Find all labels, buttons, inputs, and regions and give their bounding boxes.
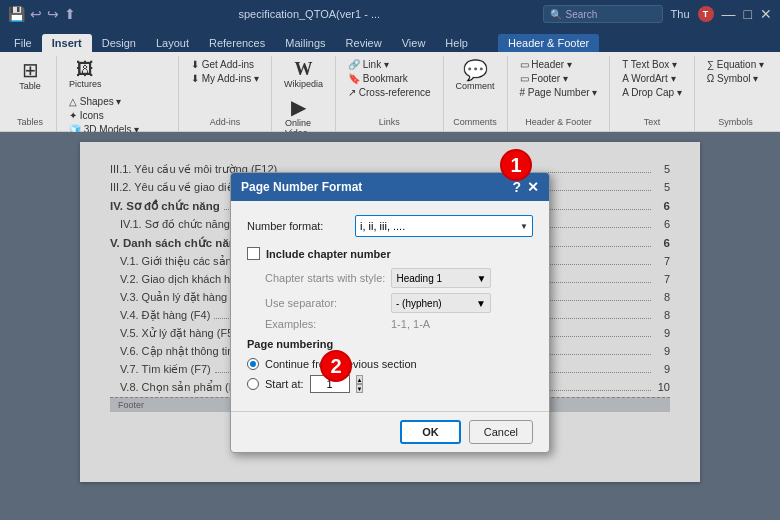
chapter-starts-arrow: ▼ bbox=[477, 273, 487, 284]
ribbon-tools-header-footer: ▭ Header ▾ ▭ Footer ▾ # Page Number ▾ bbox=[516, 58, 602, 99]
my-addins-button[interactable]: ⬇ My Add-ins ▾ bbox=[187, 72, 263, 85]
up-icon[interactable]: ⬆ bbox=[64, 6, 76, 22]
video-icon: ▶ bbox=[291, 97, 306, 117]
continue-radio-row: Continue from previous section bbox=[247, 358, 533, 370]
shapes-button[interactable]: △ Shapes ▾ bbox=[65, 95, 143, 108]
start-at-label: Start at: bbox=[265, 378, 304, 390]
ribbon: ⊞ Table Tables 🖼 Pictures △ Shapes ▾ ✦ I… bbox=[0, 52, 780, 132]
title-bar: 💾 ↩ ↪ ⬆ specification_QTOA(ver1 - ... 🔍 … bbox=[0, 0, 780, 28]
dropcap-button[interactable]: A Drop Cap ▾ bbox=[618, 86, 685, 99]
header-footer-label: Header & Footer bbox=[525, 117, 592, 129]
symbols-label: Symbols bbox=[718, 117, 753, 129]
tab-insert[interactable]: Insert bbox=[42, 34, 92, 52]
pictures-icon: 🖼 bbox=[76, 60, 94, 78]
ribbon-tools-media: W Wikipedia ▶ OnlineVideo bbox=[280, 58, 327, 140]
header-button[interactable]: ▭ Header ▾ bbox=[516, 58, 602, 71]
dialog-help-button[interactable]: ? bbox=[512, 179, 521, 195]
cross-reference-button[interactable]: ↗ Cross-reference bbox=[344, 86, 434, 99]
chapter-starts-label: Chapter starts with style: bbox=[265, 272, 385, 284]
number-format-select[interactable]: i, ii, iii, .... ▼ bbox=[355, 215, 533, 237]
minimize-btn[interactable]: — bbox=[722, 6, 736, 22]
examples-label: Examples: bbox=[265, 318, 385, 330]
continue-label: Continue from previous section bbox=[265, 358, 417, 370]
ok-button[interactable]: OK bbox=[400, 420, 461, 444]
start-at-row: Start at: 1 ▲ ▼ bbox=[247, 375, 533, 393]
start-at-radio[interactable] bbox=[247, 378, 259, 390]
start-at-spinner[interactable]: ▲ ▼ bbox=[356, 375, 364, 393]
user-avatar[interactable]: T bbox=[698, 6, 714, 22]
tab-file[interactable]: File bbox=[4, 34, 42, 52]
maximize-btn[interactable]: □ bbox=[744, 6, 752, 22]
quick-access-icons[interactable]: 💾 ↩ ↪ ⬆ bbox=[8, 6, 76, 22]
comment-button[interactable]: 💬 Comment bbox=[452, 58, 499, 93]
ribbon-tools-text: T Text Box ▾ A WordArt ▾ A Drop Cap ▾ bbox=[618, 58, 685, 99]
spinner-up[interactable]: ▲ bbox=[356, 375, 364, 384]
bookmark-button[interactable]: 🔖 Bookmark bbox=[344, 72, 434, 85]
spinner-down[interactable]: ▼ bbox=[356, 384, 364, 393]
number-format-label: Number format: bbox=[247, 220, 347, 232]
page-number-format-dialog: Page Number Format ? ✕ Number format: i,… bbox=[230, 172, 550, 453]
pictures-button[interactable]: 🖼 Pictures bbox=[65, 58, 106, 91]
dialog-close-button[interactable]: ✕ bbox=[527, 179, 539, 195]
include-chapter-checkbox[interactable] bbox=[247, 247, 260, 260]
comments-label: Comments bbox=[453, 117, 497, 129]
number-format-arrow: ▼ bbox=[520, 222, 528, 231]
comment-icon: 💬 bbox=[463, 60, 488, 80]
document-area: III.1. Yêu cầu về môi trường (F12) 5 III… bbox=[0, 132, 780, 520]
ribbon-group-header-footer: ▭ Header ▾ ▭ Footer ▾ # Page Number ▾ He… bbox=[508, 56, 611, 131]
include-chapter-label: Include chapter number bbox=[266, 248, 391, 260]
ribbon-group-links: 🔗 Link ▾ 🔖 Bookmark ↗ Cross-reference Li… bbox=[336, 56, 443, 131]
wikipedia-button[interactable]: W Wikipedia bbox=[280, 58, 327, 91]
wikipedia-icon: W bbox=[295, 60, 313, 78]
tab-design[interactable]: Design bbox=[92, 34, 146, 52]
ribbon-group-illustrations: 🖼 Pictures △ Shapes ▾ ✦ Icons 🧊 3D Model… bbox=[57, 56, 179, 131]
ribbon-tabs: File Insert Design Layout References Mai… bbox=[0, 28, 780, 52]
tab-mailings[interactable]: Mailings bbox=[275, 34, 335, 52]
tab-layout[interactable]: Layout bbox=[146, 34, 199, 52]
icons-button[interactable]: ✦ Icons bbox=[65, 109, 143, 122]
chapter-options-section: Chapter starts with style: Heading 1 ▼ U… bbox=[265, 268, 533, 330]
dialog-body: Number format: i, ii, iii, .... ▼ Includ… bbox=[231, 201, 549, 411]
tab-header-footer[interactable]: Header & Footer bbox=[498, 34, 599, 52]
ribbon-group-comments: 💬 Comment Comments bbox=[444, 56, 508, 131]
dialog-overlay: Page Number Format ? ✕ Number format: i,… bbox=[0, 132, 780, 520]
cancel-button[interactable]: Cancel bbox=[469, 420, 533, 444]
get-addins-button[interactable]: ⬇ Get Add-ins bbox=[187, 58, 263, 71]
start-at-input[interactable]: 1 bbox=[310, 375, 350, 393]
use-separator-arrow: ▼ bbox=[476, 298, 486, 309]
undo-icon[interactable]: ↩ bbox=[30, 6, 42, 22]
examples-row: Examples: 1-1, 1-A bbox=[265, 318, 533, 330]
page-number-button[interactable]: # Page Number ▾ bbox=[516, 86, 602, 99]
tab-help[interactable]: Help bbox=[435, 34, 478, 52]
wordart-button[interactable]: A WordArt ▾ bbox=[618, 72, 685, 85]
symbol-button[interactable]: Ω Symbol ▾ bbox=[703, 72, 768, 85]
tab-references[interactable]: References bbox=[199, 34, 275, 52]
footer-button[interactable]: ▭ Footer ▾ bbox=[516, 72, 602, 85]
dialog-title-bar: Page Number Format ? ✕ bbox=[231, 173, 549, 201]
chapter-starts-select: Heading 1 ▼ bbox=[391, 268, 491, 288]
continue-radio[interactable] bbox=[247, 358, 259, 370]
search-box[interactable]: 🔍 Search bbox=[543, 5, 663, 23]
ribbon-group-addins: ⬇ Get Add-ins ⬇ My Add-ins ▾ Add-ins bbox=[179, 56, 272, 131]
ribbon-tools-comments: 💬 Comment bbox=[452, 58, 499, 93]
header-footer-col: ▭ Header ▾ ▭ Footer ▾ # Page Number ▾ bbox=[516, 58, 602, 99]
tab-view[interactable]: View bbox=[392, 34, 436, 52]
use-separator-select: - (hyphen) ▼ bbox=[391, 293, 491, 313]
redo-icon[interactable]: ↪ bbox=[47, 6, 59, 22]
ribbon-tools-addins: ⬇ Get Add-ins ⬇ My Add-ins ▾ bbox=[187, 58, 263, 85]
use-separator-label: Use separator: bbox=[265, 297, 385, 309]
close-btn[interactable]: ✕ bbox=[760, 6, 772, 22]
textbox-button[interactable]: T Text Box ▾ bbox=[618, 58, 685, 71]
link-button[interactable]: 🔗 Link ▾ bbox=[344, 58, 434, 71]
dialog-title: Page Number Format bbox=[241, 180, 362, 194]
table-button[interactable]: ⊞ Table bbox=[12, 58, 48, 93]
tab-review[interactable]: Review bbox=[336, 34, 392, 52]
title-bar-right: 🔍 Search Thu T — □ ✕ bbox=[543, 5, 772, 23]
save-icon[interactable]: 💾 bbox=[8, 6, 25, 22]
text-col: T Text Box ▾ A WordArt ▾ A Drop Cap ▾ bbox=[618, 58, 685, 99]
equation-button[interactable]: ∑ Equation ▾ bbox=[703, 58, 768, 71]
ribbon-tools-links: 🔗 Link ▾ 🔖 Bookmark ↗ Cross-reference bbox=[344, 58, 434, 99]
tables-label: Tables bbox=[17, 117, 43, 129]
dialog-title-controls: ? ✕ bbox=[512, 179, 539, 195]
ribbon-tools-symbols: ∑ Equation ▾ Ω Symbol ▾ bbox=[703, 58, 768, 85]
